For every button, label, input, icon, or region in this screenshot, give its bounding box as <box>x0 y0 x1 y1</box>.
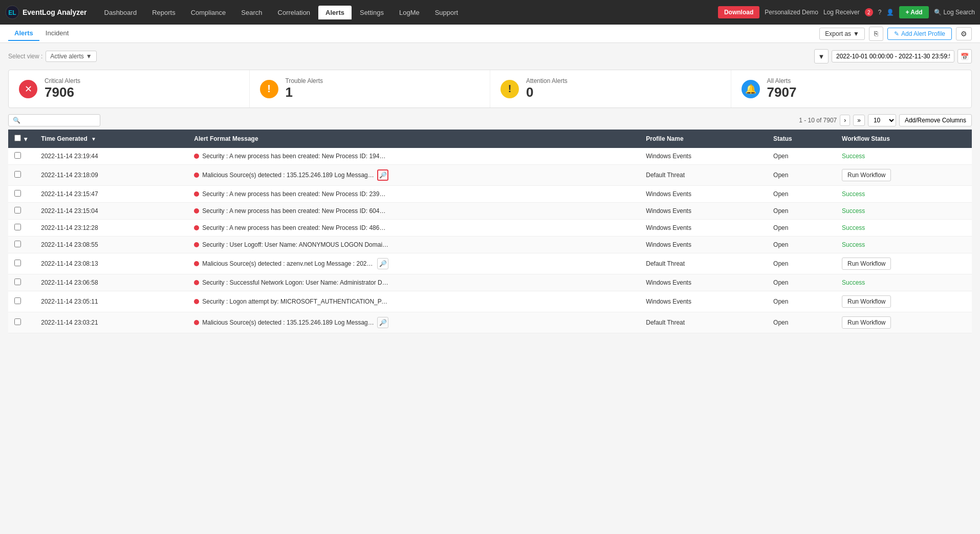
alert-message-text: Security : Successful Network Logon: Use… <box>202 279 388 286</box>
run-workflow-button[interactable]: Run Workflow <box>842 316 891 329</box>
header-workflow-status[interactable]: Workflow Status <box>836 130 972 148</box>
add-button[interactable]: + Add <box>899 6 928 18</box>
active-alerts-dropdown[interactable]: Active alerts ▼ <box>46 51 96 62</box>
main-nav: Dashboard Reports Compliance Search Corr… <box>97 6 718 19</box>
row-checkbox[interactable] <box>14 241 21 247</box>
severity-dot <box>194 320 199 325</box>
cell-profile: Windows Events <box>640 203 767 220</box>
alert-message-text: Security : A new process has been create… <box>202 153 388 160</box>
filter-button[interactable]: ▼ <box>814 49 829 63</box>
export-button[interactable]: Export as ▼ <box>819 28 865 40</box>
row-checkbox[interactable] <box>14 224 21 230</box>
table-row: 2022-11-14 23:15:04 Security : A new pro… <box>8 203 972 220</box>
cell-status: Open <box>767 274 836 291</box>
table-row: 2022-11-14 23:19:44 Security : A new pro… <box>8 148 972 165</box>
last-page-button[interactable]: » <box>853 115 865 126</box>
settings-gear-button[interactable]: ⚙ <box>956 27 972 40</box>
run-workflow-button[interactable]: Run Workflow <box>842 169 891 181</box>
nav-compliance[interactable]: Compliance <box>184 6 233 19</box>
personalized-demo-link[interactable]: Personalized Demo <box>765 9 818 16</box>
sort-icon-time: ▼ <box>91 136 96 142</box>
severity-dot <box>194 173 199 178</box>
user-icon[interactable]: 👤 <box>886 9 894 16</box>
run-workflow-button[interactable]: Run Workflow <box>842 258 891 270</box>
download-button[interactable]: Download <box>718 6 759 18</box>
all-alerts-card[interactable]: 🔔 All Alerts 7907 <box>731 70 972 108</box>
nav-alerts[interactable]: Alerts <box>318 6 352 19</box>
help-icon[interactable]: ? <box>878 9 882 16</box>
alert-message-text: Security : A new process has been create… <box>202 207 388 215</box>
alert-message-text: Malicious Source(s) detected : azenv.net… <box>202 260 375 267</box>
row-checkbox[interactable] <box>14 171 21 178</box>
nav-support[interactable]: Support <box>428 6 466 19</box>
nav-search[interactable]: Search <box>234 6 269 19</box>
subnav-alerts[interactable]: Alerts <box>8 26 39 41</box>
next-page-button[interactable]: › <box>840 115 850 126</box>
per-page-select[interactable]: 10 25 50 100 <box>868 114 896 126</box>
header-profile-name[interactable]: Profile Name <box>640 130 767 148</box>
cell-status: Open <box>767 220 836 237</box>
header-alert-format-message[interactable]: Alert Format Message <box>188 130 640 148</box>
row-checkbox[interactable] <box>14 297 21 304</box>
critical-value: 7906 <box>45 84 80 100</box>
severity-dot <box>194 225 199 230</box>
calendar-button[interactable]: 📅 <box>957 49 972 63</box>
cell-time: 2022-11-14 23:19:44 <box>35 148 188 165</box>
row-checkbox[interactable] <box>14 207 21 213</box>
cell-profile: Windows Events <box>640 274 767 291</box>
row-checkbox[interactable] <box>14 260 21 266</box>
nav-right-actions: Download Personalized Demo Log Receiver … <box>718 6 975 18</box>
cell-message: Security : A new process has been create… <box>188 220 640 237</box>
svg-text:EL: EL <box>8 9 16 16</box>
critical-alerts-card[interactable]: ✕ Critical Alerts 7906 <box>9 70 250 108</box>
nav-dashboard[interactable]: Dashboard <box>97 6 144 19</box>
table-row: 2022-11-14 23:12:28 Security : A new pro… <box>8 220 972 237</box>
subnav-incident[interactable]: Incident <box>39 26 75 41</box>
select-all-checkbox[interactable] <box>14 135 21 141</box>
row-checkbox[interactable] <box>14 152 21 159</box>
nav-reports[interactable]: Reports <box>145 6 183 19</box>
nav-settings[interactable]: Settings <box>353 6 391 19</box>
cell-status: Open <box>767 148 836 165</box>
severity-dot <box>194 299 199 304</box>
table-row: 2022-11-14 23:15:47 Security : A new pro… <box>8 186 972 203</box>
log-search-icon[interactable]: 🔎 <box>377 258 388 269</box>
header-status[interactable]: Status <box>767 130 836 148</box>
table-search-box: 🔍 <box>8 114 100 126</box>
add-alert-profile-button[interactable]: ✎ Add Alert Profile <box>887 28 952 40</box>
log-search-icon[interactable]: 🔎 <box>377 169 388 181</box>
severity-dot <box>194 242 199 247</box>
log-search-icon[interactable]: 🔎 <box>377 317 388 328</box>
cell-message: Security : User Logoff: User Name: ANONY… <box>188 237 640 253</box>
all-alerts-icon: 🔔 <box>742 80 760 98</box>
trouble-alerts-card[interactable]: ! Trouble Alerts 1 <box>250 70 491 108</box>
header-time-generated[interactable]: Time Generated ▼ <box>35 130 188 148</box>
log-receiver-link[interactable]: Log Receiver <box>823 9 860 16</box>
nav-correlation[interactable]: Correlation <box>271 6 318 19</box>
severity-dot <box>194 208 199 213</box>
subnav-right-actions: Export as ▼ ⎘ ✎ Add Alert Profile ⚙ <box>819 27 972 41</box>
cell-status: Open <box>767 165 836 186</box>
toolbar-row: Select view : Active alerts ▼ ▼ 📅 <box>8 49 972 63</box>
row-checkbox[interactable] <box>14 318 21 325</box>
severity-dot <box>194 261 199 266</box>
alert-message-text: Malicious Source(s) detected : 135.125.2… <box>202 172 375 179</box>
add-remove-columns-button[interactable]: Add/Remove Columns <box>899 114 972 126</box>
row-checkbox[interactable] <box>14 279 21 285</box>
attention-alerts-card[interactable]: ! Attention Alerts 0 <box>490 70 731 108</box>
table-search-input[interactable] <box>23 117 96 124</box>
row-checkbox[interactable] <box>14 190 21 197</box>
trouble-value: 1 <box>286 84 323 100</box>
critical-label: Critical Alerts <box>45 77 80 84</box>
trouble-icon: ! <box>260 80 278 98</box>
cell-message: Security : Successful Network Logon: Use… <box>188 274 640 291</box>
workflow-success-text: Success <box>842 279 865 286</box>
nav-logme[interactable]: LogMe <box>392 6 427 19</box>
table-row: 2022-11-14 23:18:09 Malicious Source(s) … <box>8 165 972 186</box>
date-range-input[interactable] <box>832 50 954 62</box>
table-header: ▼ Time Generated ▼ Alert Format Message … <box>8 130 972 148</box>
run-workflow-button[interactable]: Run Workflow <box>842 295 891 308</box>
copy-icon-button[interactable]: ⎘ <box>869 27 883 41</box>
sort-dropdown-icon[interactable]: ▼ <box>23 136 29 143</box>
search-log-button[interactable]: 🔍 Log Search <box>934 9 975 16</box>
